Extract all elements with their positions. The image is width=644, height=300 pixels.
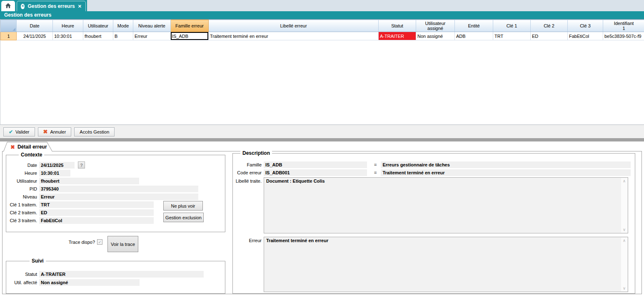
heure-label: Heure bbox=[8, 171, 37, 176]
scrollbar[interactable]: ∧ ∨ bbox=[621, 178, 627, 233]
date-help-button[interactable]: ? bbox=[78, 161, 85, 169]
scrollbar[interactable]: ∧ ∨ bbox=[621, 238, 627, 291]
code-erreur-field: IS_ADB001 bbox=[264, 169, 367, 176]
cle3-label: Clé 3 traitem. bbox=[8, 218, 37, 223]
cle3-field: FabEtiCol bbox=[39, 217, 154, 224]
col-header-heure[interactable]: Heure bbox=[53, 20, 83, 32]
niveau-label: Niveau bbox=[8, 194, 37, 199]
scroll-down-icon[interactable]: ∨ bbox=[621, 228, 627, 232]
famille-code-field: IS_ADB bbox=[264, 161, 367, 168]
tab-circle-close-icon[interactable]: ✕ bbox=[21, 4, 25, 9]
scroll-down-icon[interactable]: ∨ bbox=[621, 286, 627, 290]
col-header-identifiant1[interactable]: Identifiant 1 bbox=[603, 20, 644, 32]
cell-utilisateur[interactable]: fhoubert bbox=[83, 32, 113, 40]
equals-sign: = bbox=[374, 162, 377, 167]
cle2-field: ED bbox=[39, 209, 154, 216]
libelle-traite-textarea[interactable]: Document : Etiquette Colis ∧ ∨ bbox=[264, 177, 628, 233]
voir-la-trace-button[interactable]: Voir la trace bbox=[107, 236, 138, 252]
separator-bar bbox=[0, 138, 644, 141]
suivi-legend: Suivi bbox=[30, 258, 46, 264]
cell-libelle-erreur[interactable]: Traitement terminé en erreur bbox=[209, 32, 379, 40]
cell-niveau-alerte[interactable]: Erreur bbox=[133, 32, 171, 40]
date-field: 24/11/2025 bbox=[39, 162, 75, 169]
pid-field: 3795340 bbox=[39, 186, 198, 192]
home-icon bbox=[5, 2, 11, 10]
col-header-niveau-alerte[interactable]: Niveau alerte bbox=[133, 20, 171, 32]
pid-label: PID bbox=[8, 186, 37, 191]
col-header-cle3[interactable]: Clé 3 bbox=[568, 20, 603, 32]
suivi-groupbox: Suivi Statut A-TRAITER Util. affecté Non… bbox=[6, 261, 225, 294]
detail-x-icon: ✖ bbox=[10, 144, 15, 150]
col-header-utilisateur-assigne[interactable]: Utilisateur assigné bbox=[416, 20, 455, 32]
check-icon: ✔ bbox=[9, 129, 13, 135]
equals-sign: = bbox=[374, 170, 377, 175]
tab-home[interactable] bbox=[1, 1, 15, 11]
table-row[interactable]: 1 24/11/2025 10:30:01 fhoubert B Erreur … bbox=[1, 32, 644, 40]
acces-gestion-button[interactable]: Accès Gestion bbox=[74, 127, 115, 136]
contexte-legend: Contexte bbox=[19, 152, 44, 158]
utilisateur-label: Utilisateur bbox=[8, 179, 37, 183]
util-affecte-label: Util. affecté bbox=[8, 280, 37, 285]
gestion-exclusion-button[interactable]: Gestion exclusion bbox=[163, 213, 204, 222]
row-number-cell[interactable]: 1 bbox=[1, 32, 17, 40]
cell-cle1[interactable]: TRT bbox=[493, 32, 531, 40]
cle2-label: Clé 2 traitem. bbox=[8, 210, 37, 215]
cell-cle3[interactable]: FabEtiCol bbox=[568, 32, 603, 40]
cle1-field: TRT bbox=[39, 201, 154, 208]
corner-triangle-icon bbox=[12, 28, 15, 31]
grid-corner-cell[interactable] bbox=[1, 20, 17, 32]
erreur-textarea[interactable]: Traitement terminé en erreur ∧ ∨ bbox=[264, 237, 628, 292]
col-header-mode[interactable]: Mode bbox=[113, 20, 133, 32]
cell-entite[interactable]: ADB bbox=[455, 32, 493, 40]
scroll-up-icon[interactable]: ∧ bbox=[621, 179, 627, 183]
cle1-label: Clé 1 traitem. bbox=[8, 202, 37, 207]
famille-label: Famille bbox=[233, 162, 262, 167]
col-header-utilisateur[interactable]: Utilisateur bbox=[83, 20, 113, 32]
col-header-cle1[interactable]: Clé 1 bbox=[493, 20, 531, 32]
contexte-groupbox: Contexte Date 24/11/2025 ? Heure 10:30:0… bbox=[6, 155, 225, 232]
libelle-traite-label: Libellé traite. bbox=[233, 179, 262, 183]
cell-utilisateur-assigne[interactable]: Non assigné bbox=[416, 32, 455, 40]
detail-tab-label: Détail erreur bbox=[17, 144, 47, 150]
page-title: Gestion des erreurs bbox=[0, 11, 644, 19]
trace-dispo-label: Trace dispo? bbox=[57, 240, 95, 245]
tab-strip: ✕ Gestion des erreurs ✕ bbox=[0, 0, 644, 11]
app-window: ✕ Gestion des erreurs ✕ Gestion des erre… bbox=[0, 0, 644, 300]
cell-identifiant1[interactable]: be5c3839-507c-f9 bbox=[603, 32, 644, 40]
tab-close-icon[interactable]: ✕ bbox=[78, 4, 82, 9]
tab-gestion-des-erreurs[interactable]: ✕ Gestion des erreurs ✕ bbox=[17, 1, 86, 11]
cancel-x-icon: ✖ bbox=[43, 129, 48, 135]
util-affecte-field: Non assigné bbox=[39, 279, 140, 286]
date-label: Date bbox=[8, 163, 37, 168]
detail-panel: Contexte Date 24/11/2025 ? Heure 10:30:0… bbox=[2, 151, 642, 294]
action-bar: ✔ Valider ✖ Annuler Accès Gestion bbox=[0, 125, 644, 138]
code-libelle-field: Traitement terminé en erreur bbox=[381, 169, 631, 176]
cell-mode[interactable]: B bbox=[113, 32, 133, 40]
valider-button[interactable]: ✔ Valider bbox=[3, 127, 35, 136]
description-groupbox: Description Famille IS_ADB = Erreurs ges… bbox=[232, 153, 635, 294]
col-header-statut[interactable]: Statut bbox=[379, 20, 416, 32]
statut-label: Statut bbox=[8, 272, 37, 277]
tab-detail-erreur[interactable]: ✖ Détail erreur bbox=[3, 142, 52, 151]
tab-label: Gestion des erreurs bbox=[27, 3, 75, 9]
code-erreur-label: Code erreur bbox=[233, 170, 262, 175]
heure-field: 10:30:01 bbox=[39, 170, 70, 176]
erreur-label: Erreur bbox=[233, 238, 262, 243]
cell-heure[interactable]: 10:30:01 bbox=[53, 32, 83, 40]
col-header-date[interactable]: Date bbox=[17, 20, 53, 32]
statut-field: A-TRAITER bbox=[39, 271, 204, 278]
cell-cle2[interactable]: ED bbox=[531, 32, 568, 40]
cell-date[interactable]: 24/11/2025 bbox=[17, 32, 53, 40]
error-grid: Date Heure Utilisateur Mode Niveau alert… bbox=[0, 19, 644, 125]
annuler-button[interactable]: ✖ Annuler bbox=[38, 127, 72, 136]
scroll-up-icon[interactable]: ∧ bbox=[621, 238, 627, 243]
ne-plus-voir-button[interactable]: Ne plus voir bbox=[163, 201, 203, 211]
col-header-libelle-erreur[interactable]: Libellé erreur bbox=[209, 20, 379, 32]
cell-famille-erreur-focused[interactable]: IS_ADB bbox=[171, 32, 209, 40]
trace-dispo-checkbox[interactable]: ✓ bbox=[97, 239, 102, 245]
col-header-famille-erreur[interactable]: Famille erreur bbox=[171, 20, 209, 32]
col-header-entite[interactable]: Entité bbox=[455, 20, 493, 32]
cell-statut[interactable]: A-TRAITER bbox=[379, 32, 416, 40]
utilisateur-field: fhoubert bbox=[39, 178, 139, 184]
col-header-cle2[interactable]: Clé 2 bbox=[531, 20, 568, 32]
